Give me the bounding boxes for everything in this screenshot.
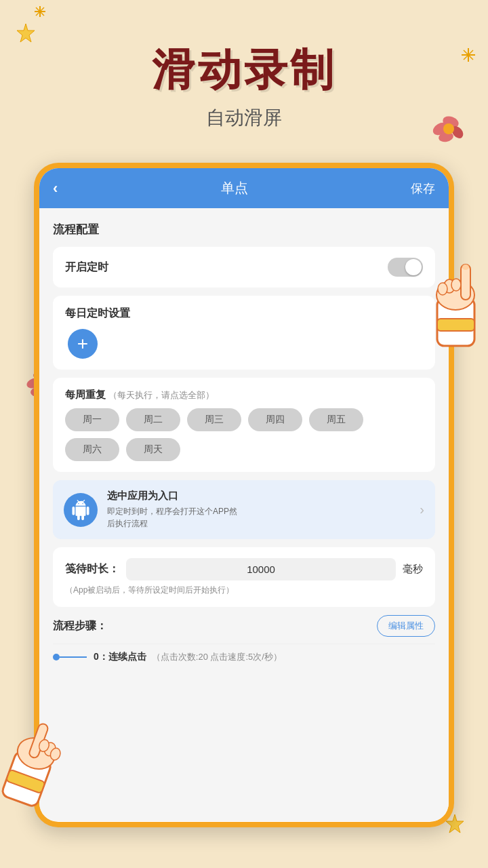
main-title: 滑动录制 (0, 41, 488, 100)
app-entry-title: 选中应用为入口 (107, 490, 420, 502)
step-dot (53, 654, 60, 660)
app-bar-title: 单点 (221, 179, 248, 197)
timer-enable-label: 开启定时 (65, 260, 108, 275)
wait-unit: 毫秒 (403, 563, 423, 576)
wait-input[interactable] (126, 558, 396, 580)
day-thursday[interactable]: 周四 (248, 408, 302, 431)
days-grid: 周一 周二 周三 周四 周五 周六 周天 (65, 408, 423, 461)
add-time-button[interactable]: + (68, 329, 98, 359)
daily-setting-title: 每日定时设置 (65, 307, 423, 321)
android-icon (64, 493, 98, 527)
wait-label: 笺待时长： (65, 562, 119, 576)
app-entry-text: 选中应用为入口 即定时到时，程序会打开这个APP然后执行流程 (107, 490, 420, 530)
day-tuesday[interactable]: 周二 (126, 408, 180, 431)
daily-setting-card: 每日定时设置 + (53, 296, 435, 370)
steps-label: 流程步骤： (53, 619, 107, 633)
phone-mockup: ‹ 单点 保存 流程配置 开启定时 每日定时设置 + (34, 163, 454, 827)
weekly-repeat-card: 每周重复 （每天执行，请点选全部） 周一 周二 周三 周四 周五 周六 周天 (53, 378, 435, 472)
day-wednesday[interactable]: 周三 (187, 408, 241, 431)
weekly-repeat-title: 每周重复 （每天执行，请点选全部） (65, 389, 423, 401)
timer-enable-card: 开启定时 (53, 247, 435, 288)
timer-toggle[interactable] (388, 258, 423, 277)
header-section: 滑动录制 自动滑屏 (0, 0, 488, 144)
app-entry-desc: 即定时到时，程序会打开这个APP然后执行流程 (107, 505, 420, 530)
wait-duration-card: 笺待时长： 毫秒 （App被启动后，等待所设定时间后开始执行） (53, 547, 435, 607)
back-button[interactable]: ‹ (53, 180, 58, 197)
edit-attr-button[interactable]: 编辑属性 (377, 615, 435, 637)
svg-point-24 (462, 264, 469, 270)
day-sunday[interactable]: 周天 (126, 438, 180, 461)
app-entry-card[interactable]: 选中应用为入口 即定时到时，程序会打开这个APP然后执行流程 › (53, 480, 435, 539)
chevron-right-icon: › (420, 502, 424, 517)
step-line (60, 656, 87, 658)
app-content: 流程配置 开启定时 每日定时设置 + 每周重复 （每天执行，请点选全部） (39, 208, 449, 821)
app-header-bar: ‹ 单点 保存 (39, 168, 449, 208)
step-text: 0：连续点击 (94, 651, 146, 663)
sub-title: 自动滑屏 (0, 105, 488, 131)
svg-rect-23 (461, 264, 470, 300)
save-button[interactable]: 保存 (411, 180, 435, 197)
wait-hint: （App被启动后，等待所设定时间后开始执行） (65, 585, 423, 596)
weekly-hint: （每天执行，请点选全部） (108, 390, 214, 400)
phone-screen: ‹ 单点 保存 流程配置 开启定时 每日定时设置 + (39, 168, 449, 822)
steps-section: 流程步骤： 编辑属性 0：连续点击 （点击次数:20 点击速度:5次/秒） (53, 615, 435, 670)
step-dot-line (53, 654, 87, 660)
day-friday[interactable]: 周五 (309, 408, 363, 431)
flow-config-title: 流程配置 (53, 222, 435, 237)
step-desc: （点击次数:20 点击速度:5次/秒） (152, 651, 282, 663)
step-item-0: 0：连续点击 （点击次数:20 点击速度:5次/秒） (53, 644, 435, 670)
day-monday[interactable]: 周一 (65, 408, 119, 431)
day-saturday[interactable]: 周六 (65, 438, 119, 461)
